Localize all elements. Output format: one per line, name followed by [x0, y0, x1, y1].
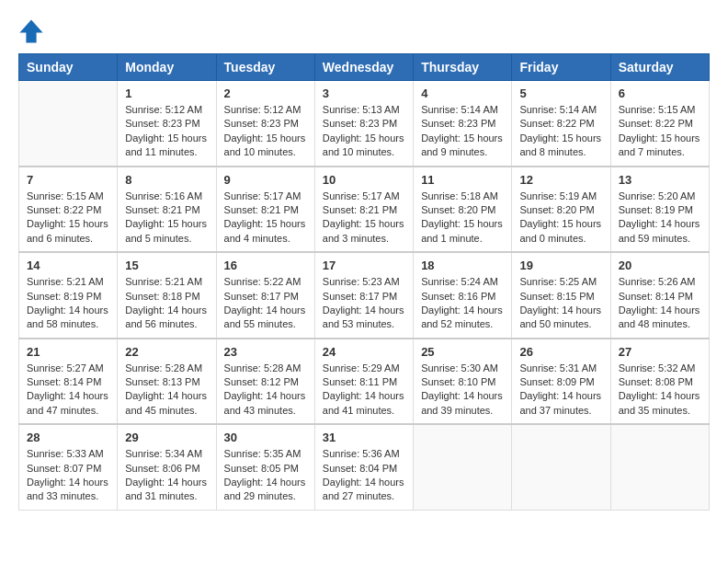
calendar-cell: 10Sunrise: 5:17 AM Sunset: 8:21 PM Dayli… — [314, 167, 413, 253]
day-info: Sunrise: 5:27 AM Sunset: 8:14 PM Dayligh… — [27, 362, 109, 419]
day-info: Sunrise: 5:28 AM Sunset: 8:12 PM Dayligh… — [224, 362, 307, 419]
calendar-cell: 3Sunrise: 5:13 AM Sunset: 8:23 PM Daylig… — [314, 81, 413, 167]
day-number: 18 — [421, 259, 504, 272]
svg-marker-0 — [19, 19, 42, 42]
calendar-week-row: 7Sunrise: 5:15 AM Sunset: 8:22 PM Daylig… — [19, 167, 710, 253]
calendar-cell: 11Sunrise: 5:18 AM Sunset: 8:20 PM Dayli… — [414, 167, 512, 253]
day-number: 11 — [421, 173, 504, 187]
calendar-cell: 21Sunrise: 5:27 AM Sunset: 8:14 PM Dayli… — [19, 339, 118, 425]
calendar-cell: 29Sunrise: 5:34 AM Sunset: 8:06 PM Dayli… — [118, 424, 216, 510]
calendar-header-saturday: Saturday — [610, 54, 709, 81]
calendar-cell: 15Sunrise: 5:21 AM Sunset: 8:18 PM Dayli… — [118, 252, 216, 339]
day-info: Sunrise: 5:21 AM Sunset: 8:18 PM Dayligh… — [125, 275, 208, 332]
calendar-cell: 24Sunrise: 5:29 AM Sunset: 8:11 PM Dayli… — [314, 339, 413, 425]
calendar-header-row: SundayMondayTuesdayWednesdayThursdayFrid… — [19, 54, 710, 81]
day-number: 15 — [125, 259, 208, 272]
calendar-cell: 13Sunrise: 5:20 AM Sunset: 8:19 PM Dayli… — [610, 167, 709, 253]
day-info: Sunrise: 5:29 AM Sunset: 8:11 PM Dayligh… — [323, 362, 405, 419]
day-info: Sunrise: 5:24 AM Sunset: 8:16 PM Dayligh… — [421, 275, 504, 332]
calendar-cell: 6Sunrise: 5:15 AM Sunset: 8:22 PM Daylig… — [610, 81, 709, 167]
day-number: 22 — [125, 345, 208, 359]
day-number: 21 — [27, 345, 109, 359]
day-number: 27 — [619, 345, 701, 359]
calendar-week-row: 21Sunrise: 5:27 AM Sunset: 8:14 PM Dayli… — [19, 339, 710, 425]
calendar-header-thursday: Thursday — [414, 54, 512, 81]
day-info: Sunrise: 5:14 AM Sunset: 8:23 PM Dayligh… — [421, 103, 504, 160]
day-number: 13 — [619, 173, 701, 187]
day-number: 28 — [27, 431, 109, 444]
day-info: Sunrise: 5:25 AM Sunset: 8:15 PM Dayligh… — [519, 275, 602, 332]
calendar-header-sunday: Sunday — [19, 54, 118, 81]
calendar-week-row: 14Sunrise: 5:21 AM Sunset: 8:19 PM Dayli… — [19, 252, 710, 339]
day-info: Sunrise: 5:34 AM Sunset: 8:06 PM Dayligh… — [125, 447, 208, 504]
day-info: Sunrise: 5:15 AM Sunset: 8:22 PM Dayligh… — [27, 190, 109, 247]
calendar-cell: 25Sunrise: 5:30 AM Sunset: 8:10 PM Dayli… — [414, 339, 512, 425]
calendar-cell: 30Sunrise: 5:35 AM Sunset: 8:05 PM Dayli… — [216, 424, 314, 510]
calendar-cell: 19Sunrise: 5:25 AM Sunset: 8:15 PM Dayli… — [512, 252, 610, 339]
calendar-cell: 27Sunrise: 5:32 AM Sunset: 8:08 PM Dayli… — [610, 339, 709, 425]
calendar-cell: 17Sunrise: 5:23 AM Sunset: 8:17 PM Dayli… — [314, 252, 413, 339]
day-number: 20 — [619, 259, 701, 272]
day-info: Sunrise: 5:31 AM Sunset: 8:09 PM Dayligh… — [519, 362, 602, 419]
day-info: Sunrise: 5:17 AM Sunset: 8:21 PM Dayligh… — [323, 190, 405, 247]
calendar-cell — [414, 424, 512, 510]
calendar-cell: 16Sunrise: 5:22 AM Sunset: 8:17 PM Dayli… — [216, 252, 314, 339]
day-number: 8 — [125, 173, 208, 187]
calendar-week-row: 1Sunrise: 5:12 AM Sunset: 8:23 PM Daylig… — [19, 81, 710, 167]
calendar-cell: 12Sunrise: 5:19 AM Sunset: 8:20 PM Dayli… — [512, 167, 610, 253]
day-number: 1 — [125, 86, 208, 100]
day-info: Sunrise: 5:21 AM Sunset: 8:19 PM Dayligh… — [27, 275, 109, 332]
calendar-cell: 18Sunrise: 5:24 AM Sunset: 8:16 PM Dayli… — [414, 252, 512, 339]
day-info: Sunrise: 5:20 AM Sunset: 8:19 PM Dayligh… — [619, 190, 701, 247]
calendar-cell: 8Sunrise: 5:16 AM Sunset: 8:21 PM Daylig… — [118, 167, 216, 253]
day-number: 4 — [421, 86, 504, 100]
day-info: Sunrise: 5:30 AM Sunset: 8:10 PM Dayligh… — [421, 362, 504, 419]
calendar-cell: 2Sunrise: 5:12 AM Sunset: 8:23 PM Daylig… — [216, 81, 314, 167]
day-number: 7 — [27, 173, 109, 187]
day-info: Sunrise: 5:12 AM Sunset: 8:23 PM Dayligh… — [224, 103, 307, 160]
day-number: 9 — [224, 173, 307, 187]
day-number: 30 — [224, 431, 307, 444]
calendar-cell: 5Sunrise: 5:14 AM Sunset: 8:22 PM Daylig… — [512, 81, 610, 167]
day-info: Sunrise: 5:16 AM Sunset: 8:21 PM Dayligh… — [125, 190, 208, 247]
calendar-table: SundayMondayTuesdayWednesdayThursdayFrid… — [18, 53, 710, 511]
day-number: 2 — [224, 86, 307, 100]
page-header — [18, 18, 710, 44]
day-info: Sunrise: 5:23 AM Sunset: 8:17 PM Dayligh… — [323, 275, 405, 332]
logo-icon — [18, 18, 44, 44]
calendar-cell: 20Sunrise: 5:26 AM Sunset: 8:14 PM Dayli… — [610, 252, 709, 339]
day-info: Sunrise: 5:19 AM Sunset: 8:20 PM Dayligh… — [519, 190, 602, 247]
calendar-cell: 28Sunrise: 5:33 AM Sunset: 8:07 PM Dayli… — [19, 424, 118, 510]
day-info: Sunrise: 5:26 AM Sunset: 8:14 PM Dayligh… — [619, 275, 701, 332]
logo — [18, 18, 48, 44]
day-info: Sunrise: 5:14 AM Sunset: 8:22 PM Dayligh… — [519, 103, 602, 160]
calendar-cell: 1Sunrise: 5:12 AM Sunset: 8:23 PM Daylig… — [118, 81, 216, 167]
calendar-cell: 9Sunrise: 5:17 AM Sunset: 8:21 PM Daylig… — [216, 167, 314, 253]
day-number: 26 — [519, 345, 602, 359]
calendar-header-monday: Monday — [118, 54, 216, 81]
calendar-week-row: 28Sunrise: 5:33 AM Sunset: 8:07 PM Dayli… — [19, 424, 710, 510]
day-number: 3 — [323, 86, 405, 100]
day-info: Sunrise: 5:35 AM Sunset: 8:05 PM Dayligh… — [224, 447, 307, 504]
calendar-header-friday: Friday — [512, 54, 610, 81]
calendar-cell: 4Sunrise: 5:14 AM Sunset: 8:23 PM Daylig… — [414, 81, 512, 167]
calendar-cell: 26Sunrise: 5:31 AM Sunset: 8:09 PM Dayli… — [512, 339, 610, 425]
calendar-cell: 23Sunrise: 5:28 AM Sunset: 8:12 PM Dayli… — [216, 339, 314, 425]
day-info: Sunrise: 5:28 AM Sunset: 8:13 PM Dayligh… — [125, 362, 208, 419]
day-number: 17 — [323, 259, 405, 272]
day-info: Sunrise: 5:15 AM Sunset: 8:22 PM Dayligh… — [619, 103, 701, 160]
calendar-cell: 14Sunrise: 5:21 AM Sunset: 8:19 PM Dayli… — [19, 252, 118, 339]
day-number: 24 — [323, 345, 405, 359]
day-number: 29 — [125, 431, 208, 444]
day-info: Sunrise: 5:18 AM Sunset: 8:20 PM Dayligh… — [421, 190, 504, 247]
day-number: 5 — [519, 86, 602, 100]
day-number: 10 — [323, 173, 405, 187]
calendar-cell: 22Sunrise: 5:28 AM Sunset: 8:13 PM Dayli… — [118, 339, 216, 425]
day-number: 16 — [224, 259, 307, 272]
calendar-cell: 7Sunrise: 5:15 AM Sunset: 8:22 PM Daylig… — [19, 167, 118, 253]
calendar-cell — [19, 81, 118, 167]
calendar-cell: 31Sunrise: 5:36 AM Sunset: 8:04 PM Dayli… — [314, 424, 413, 510]
day-info: Sunrise: 5:17 AM Sunset: 8:21 PM Dayligh… — [224, 190, 307, 247]
calendar-cell — [512, 424, 610, 510]
day-number: 23 — [224, 345, 307, 359]
